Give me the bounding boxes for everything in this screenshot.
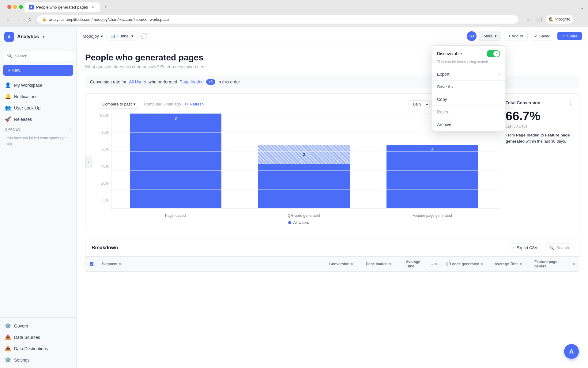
th-feature-generated[interactable]: Feature page genera... ⇅ [530,257,579,271]
sidebar-bottom: ⚙️ Govern 📥 Data Sources 📤 Data Destinat… [0,317,76,368]
chart-scroll-left-btn[interactable]: ‹ [85,156,92,168]
browser-back-btn[interactable]: ‹ [4,15,12,24]
conversion-rate: 66.7% [506,109,573,123]
breadcrumb-project[interactable]: Moodjoy ▾ [83,34,103,39]
export-arrow-icon: › [499,72,500,76]
app-logo: A [4,32,14,42]
share-icon: ↗ [562,34,565,38]
spaces-section-header: SPACES › [2,125,74,133]
sidebar-item-label-settings: Settings [14,358,30,362]
bookmark-btn[interactable]: ☆ [524,15,532,24]
table-header: ✓ Segment ⇅ Conversion ⇅ Page loaded ⇅ [85,257,579,272]
chart-legend: All Users [98,220,499,225]
copy-item-label: Copy [437,97,447,102]
releases-icon: 🚀 [5,116,11,122]
refresh-label: Refresh [190,102,204,106]
sidebar-search-wrapper[interactable]: 🔍 [3,51,73,61]
toolbar-right: SJ More ▾ + Add to ✓ Saved ↗ Share [467,31,582,41]
sidebar-item-govern[interactable]: ⚙️ Govern [2,320,74,332]
sidebar-item-data-sources[interactable]: 📥 Data Sources [2,332,74,343]
legend-dot-icon [288,221,291,224]
address-bar[interactable]: 🔒 analytics.amplitude.com/moodjoy/chart/… [37,15,519,24]
my-workspace-icon: 👤 [5,82,11,88]
browser-forward-btn[interactable]: › [15,15,23,24]
bar-2: 2 [258,145,350,208]
bar-1: 3 [130,113,221,208]
th-qr-generated[interactable]: QR code generated ⇅ [441,257,490,271]
breakdown-header: Breakdown ↑ Export CSV 🔍 Search [85,239,579,257]
info-btn[interactable]: i [141,33,147,39]
sidebar-item-label-data-sources: Data Sources [14,335,40,340]
select-all-checkbox[interactable]: ✓ [90,262,93,266]
chart-type-label: Funnel [117,34,130,38]
filter-more-badge[interactable]: +2 [206,79,215,85]
filter-suffix: in this order [218,79,240,84]
compare-btn[interactable]: Compare to past ▾ [98,100,140,109]
browser-menu-btn[interactable]: ⋮ [576,15,584,24]
dropdown-item-save-as[interactable]: Save As [432,81,505,93]
th-page-loaded[interactable]: Page loaded ⇅ [362,257,401,271]
sidebar-item-data-destinations[interactable]: 📤 Data Destinations [2,343,74,354]
th-page-loaded-label: Page loaded [366,262,388,266]
sidebar-item-label-releases: Releases [14,117,32,122]
filter-users-link[interactable]: All Users [129,79,146,84]
th-segment-label: Segment [102,262,118,266]
settings-icon: ⚙️ [5,357,11,363]
stats-panel: Total Conversion ⋮ 66.7% Last 30 Days Fr… [506,100,573,225]
sidebar-item-user-lookup[interactable]: 👥 User Look-Up [2,102,74,113]
add-to-btn[interactable]: + Add to [504,32,528,40]
tab-close-btn[interactable]: × [90,5,95,10]
chart-type-btn[interactable]: 📊 Funnel ▾ [107,32,138,40]
th-segment[interactable]: Segment ⇅ [98,257,325,271]
legend-label: All Users [293,220,309,225]
tab-expand-btn[interactable]: ⌄ [580,4,584,10]
saved-btn[interactable]: ✓ Saved [530,32,555,40]
dropdown-item-export[interactable]: Export › [432,68,505,81]
window-close[interactable] [7,5,11,9]
th-avg-time-1[interactable]: Average Time → ⇅ [401,257,441,271]
breakdown-search[interactable]: 🔍 Search [545,243,573,252]
freq-select[interactable]: Daily [409,100,430,108]
th-conversion[interactable]: Conversion ⇅ [325,257,362,271]
sidebar-item-settings[interactable]: ⚙️ Settings [2,354,74,366]
th-avg-time-2-sort-icon: ⇅ [520,263,522,266]
dropdown-item-archive[interactable]: Archive [432,118,505,131]
browser-refresh-btn[interactable]: ↻ [26,15,34,24]
th-avg-time-2[interactable]: Average Time ⇅ [490,257,530,271]
sidebar-item-label-my-workspace: My Workspace [14,83,42,88]
new-button[interactable]: + New [3,65,73,76]
new-tab-btn[interactable]: + [102,3,109,11]
conversion-suffix: within the last 30 days. [526,139,566,144]
conversion-period: Last 30 Days [506,124,573,128]
breakdown-search-icon: 🔍 [549,245,554,250]
dropdown-item-copy[interactable]: Copy [432,93,505,106]
breadcrumb-project-chevron: ▾ [101,34,103,39]
top-toolbar: Moodjoy ▾ 📊 Funnel ▾ i SJ More ▾ + Add t… [77,27,588,45]
export-csv-btn[interactable]: ↑ Export CSV [508,243,542,252]
data-destinations-icon: 📤 [5,346,11,351]
fab-label: A [569,348,574,355]
spaces-empty-message: You have not joined team spaces yet any [2,133,74,150]
refresh-btn[interactable]: ↻ Refresh [185,102,204,106]
stats-menu-btn[interactable]: ⋮ [568,100,573,105]
window-minimize[interactable] [13,5,17,9]
window-maximize[interactable] [19,5,23,9]
sidebar-search-input[interactable] [15,54,69,58]
split-view-btn[interactable]: ⬜ [535,15,543,24]
browser-tab[interactable]: A People who generated pages × [24,2,100,12]
y-label-80: 80% [98,130,109,135]
discoverable-toggle[interactable]: ✓ [487,50,500,57]
sidebar-item-my-workspace[interactable]: 👤 My Workspace [2,79,74,91]
sidebar-header: A Analytics ▾ [0,27,76,47]
more-btn[interactable]: More ▾ [479,32,501,40]
sidebar-item-label-user-lookup: User Look-Up [14,105,40,110]
bar-1-value: 3 [175,116,177,121]
filter-event-link[interactable]: Page loaded [179,79,204,84]
refresh-icon: ↻ [185,102,188,106]
amplitude-fab[interactable]: A [564,344,579,359]
spaces-expand-icon[interactable]: › [70,127,72,132]
sidebar-item-releases[interactable]: 🚀 Releases [2,113,74,125]
th-feature-generated-sort-icon: ⇅ [572,263,575,266]
sidebar-item-notifications[interactable]: 🔔 Notifications [2,91,74,102]
share-btn[interactable]: ↗ Share [557,32,582,40]
